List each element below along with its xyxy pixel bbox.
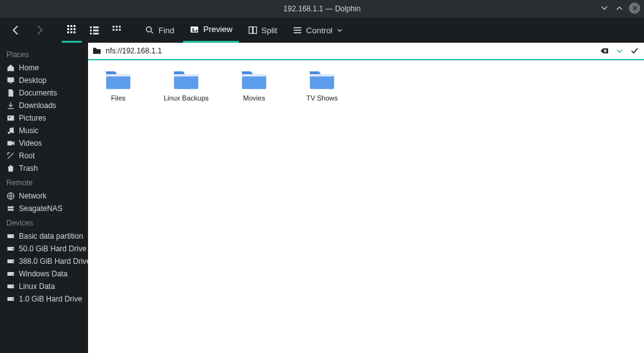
svg-point-44	[13, 261, 14, 262]
folder-icon	[92, 46, 102, 56]
svg-rect-17	[119, 26, 121, 28]
sidebar-item-root[interactable]: Root	[0, 149, 88, 162]
svg-rect-30	[9, 83, 12, 84]
address-dropdown-button[interactable]	[614, 45, 625, 57]
sidebar-item-50gib[interactable]: 50.0 GiB Hard Drive	[0, 242, 88, 255]
forward-button[interactable]	[29, 18, 50, 43]
folder-icon	[309, 68, 335, 90]
main-panel: Files Linux Backups Movies TV Shows	[88, 43, 644, 353]
sidebar-item-linux-data[interactable]: Linux Data	[0, 280, 88, 293]
svg-rect-14	[93, 33, 99, 35]
svg-rect-20	[119, 29, 121, 31]
folder-label: TV Shows	[306, 94, 338, 102]
folder-item[interactable]: Files	[92, 68, 145, 102]
svg-rect-15	[113, 26, 114, 28]
svg-rect-5	[74, 28, 75, 30]
svg-rect-16	[116, 26, 118, 28]
sidebar-item-videos[interactable]: Videos	[0, 137, 88, 149]
sidebar: Places Home Desktop Documents Downloads …	[0, 43, 88, 353]
sidebar-item-pictures[interactable]: Pictures	[0, 112, 88, 124]
svg-rect-1	[70, 25, 72, 27]
address-confirm-button[interactable]	[629, 45, 640, 57]
svg-rect-13	[90, 33, 92, 35]
view-details-button[interactable]	[107, 18, 127, 43]
svg-rect-27	[294, 30, 301, 31]
svg-rect-10	[93, 26, 99, 28]
toolbar: Find Preview Split Control	[0, 18, 644, 43]
svg-rect-53	[242, 74, 267, 77]
sidebar-item-desktop[interactable]: Desktop	[0, 74, 88, 87]
svg-rect-29	[8, 77, 14, 82]
sidebar-item-home[interactable]: Home	[0, 62, 88, 74]
svg-rect-12	[93, 30, 99, 31]
svg-rect-4	[70, 28, 72, 30]
window-controls: ✕	[599, 3, 640, 14]
folder-icon	[105, 68, 131, 90]
preview-button[interactable]: Preview	[183, 18, 238, 43]
sidebar-item-basic-data[interactable]: Basic data partition	[0, 230, 88, 242]
find-label: Find	[158, 26, 174, 35]
window-title: 192.168.1.1 — Dolphin	[284, 4, 361, 13]
svg-point-46	[13, 273, 14, 274]
sidebar-devices-header: Devices	[0, 215, 88, 230]
split-button[interactable]: Split	[242, 18, 284, 43]
svg-rect-8	[74, 31, 75, 33]
svg-rect-54	[310, 74, 335, 77]
folder-label: Linux Backups	[164, 94, 209, 102]
folder-icon	[173, 68, 199, 90]
svg-rect-51	[106, 74, 131, 77]
svg-rect-28	[294, 32, 301, 33]
folder-label: Files	[111, 94, 125, 102]
svg-rect-11	[90, 30, 92, 31]
sidebar-remote-header: Remote	[0, 175, 88, 190]
address-bar	[88, 43, 644, 60]
close-button[interactable]: ✕	[629, 3, 640, 14]
svg-rect-52	[174, 74, 199, 77]
sidebar-item-1gib[interactable]: 1.0 GiB Hard Drive	[0, 293, 88, 305]
address-input[interactable]	[106, 46, 595, 55]
svg-point-33	[8, 132, 10, 134]
sidebar-item-documents[interactable]: Documents	[0, 87, 88, 99]
sidebar-item-388gib[interactable]: 388.0 GiB Hard Drive	[0, 255, 88, 268]
folder-item[interactable]: TV Shows	[296, 68, 348, 102]
split-label: Split	[262, 26, 277, 35]
svg-rect-19	[116, 29, 118, 31]
svg-point-23	[192, 28, 194, 30]
control-button[interactable]: Control	[286, 18, 349, 43]
svg-rect-6	[67, 31, 69, 33]
minimize-button[interactable]	[599, 3, 610, 14]
sidebar-item-downloads[interactable]: Downloads	[0, 99, 88, 112]
svg-rect-9	[90, 26, 92, 28]
back-button[interactable]	[5, 18, 26, 43]
sidebar-item-network[interactable]: Network	[0, 190, 88, 202]
view-icons-button[interactable]	[62, 18, 82, 43]
maximize-button[interactable]	[614, 3, 625, 14]
folder-item[interactable]: Linux Backups	[160, 68, 213, 102]
folder-icon	[241, 68, 267, 90]
svg-rect-18	[113, 29, 114, 31]
clear-address-button[interactable]	[599, 45, 610, 57]
sidebar-item-trash[interactable]: Trash	[0, 162, 88, 175]
svg-rect-0	[67, 25, 69, 27]
svg-rect-26	[294, 27, 301, 28]
folder-item[interactable]: Movies	[228, 68, 280, 102]
folder-label: Movies	[243, 94, 265, 102]
sidebar-item-music[interactable]: Music	[0, 124, 88, 137]
svg-point-42	[13, 248, 14, 249]
svg-rect-38	[8, 209, 13, 211]
titlebar: 192.168.1.1 — Dolphin ✕	[0, 0, 644, 18]
svg-point-32	[9, 117, 10, 118]
view-compact-button[interactable]	[84, 18, 104, 43]
sidebar-places-header: Places	[0, 46, 88, 62]
svg-rect-7	[70, 31, 72, 33]
svg-point-40	[13, 236, 14, 237]
content: Places Home Desktop Documents Downloads …	[0, 43, 644, 353]
svg-rect-25	[253, 27, 256, 34]
sidebar-item-windows-data[interactable]: Windows Data	[0, 268, 88, 280]
find-button[interactable]: Find	[138, 18, 180, 43]
svg-point-50	[13, 298, 14, 300]
sidebar-item-seagatenas[interactable]: SeagateNAS	[0, 202, 88, 215]
file-view[interactable]: Files Linux Backups Movies TV Shows	[88, 60, 644, 353]
svg-rect-35	[8, 141, 13, 146]
svg-rect-3	[67, 28, 69, 30]
